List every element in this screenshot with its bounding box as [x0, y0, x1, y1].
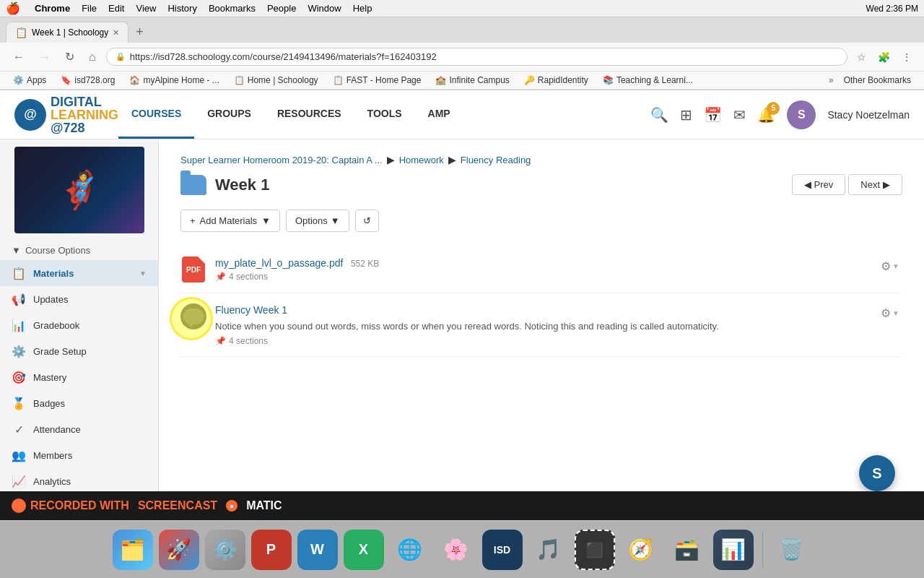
breadcrumb-homework[interactable]: Homework [399, 155, 444, 165]
forward-btn[interactable]: → [35, 48, 55, 66]
tab-close-btn[interactable]: ✕ [113, 28, 119, 38]
back-btn[interactable]: ← [9, 48, 29, 66]
logo-text: DIGITAL LEARNING @728 [51, 95, 118, 134]
week-folder-icon [180, 175, 206, 195]
pdf-gear-btn[interactable]: ⚙ ▼ [878, 256, 902, 276]
user-name[interactable]: Stacy Noetzelman [827, 109, 910, 121]
analytics-icon: 📈 [12, 474, 26, 488]
nav-groups[interactable]: GROUPS [194, 90, 264, 139]
new-tab-btn[interactable]: + [131, 23, 148, 41]
add-materials-btn[interactable]: + Add Materials ▼ [180, 210, 280, 232]
bookmarks-menu[interactable]: Bookmarks [209, 3, 256, 14]
sidebar-item-badges[interactable]: 🏅 Badges [0, 390, 158, 416]
sidebar-item-analytics[interactable]: 📈 Analytics [0, 468, 158, 494]
bookmark-rapid[interactable]: 🔑 RapidIdentity [520, 74, 593, 87]
nav-courses[interactable]: COURSES [118, 90, 194, 139]
dock-trash[interactable]: 🗑️ [772, 530, 812, 570]
nav-bar: ← → ↻ ⌂ 🔒 https://isd728.schoology.com/c… [0, 43, 924, 72]
dock-excel[interactable]: X [344, 530, 384, 570]
discussion-gear-btn[interactable]: ⚙ ▼ [878, 303, 902, 323]
bookmark-myalpine[interactable]: 🏠 myAlpine Home - ... [125, 74, 223, 87]
reorder-btn[interactable]: ↺ [355, 210, 379, 232]
address-bar[interactable]: 🔒 https://isd728.schoology.com/course/21… [106, 48, 847, 66]
view-menu[interactable]: View [136, 3, 156, 14]
course-options-btn[interactable]: ▼ Course Options [0, 241, 158, 260]
prev-btn[interactable]: ◀ Prev [792, 174, 846, 195]
extensions-btn[interactable]: 🧩 [874, 49, 894, 65]
next-btn[interactable]: Next ▶ [848, 174, 902, 195]
bookmark-schoology[interactable]: 📋 Home | Schoology [230, 74, 323, 87]
main-nav: COURSES GROUPS RESOURCES TOOLS AMP [118, 90, 463, 139]
calendar-icon[interactable]: 📅 [704, 106, 722, 124]
nav-amp[interactable]: AMP [415, 90, 463, 139]
members-icon: 👥 [12, 448, 26, 462]
bookmark-other[interactable]: Other Bookmarks [840, 74, 915, 87]
bookmark-isd728[interactable]: 🔖 isd728.org [56, 74, 119, 87]
discussion-title[interactable]: Fluency Week 1 [215, 304, 287, 316]
app-name-menu[interactable]: Chrome [35, 3, 70, 14]
dock-chrome[interactable]: 🌐 [390, 530, 430, 570]
grid-icon[interactable]: ⊞ [680, 106, 692, 124]
sidebar-item-gradebook[interactable]: 📊 Gradebook [0, 312, 158, 338]
dock-launchpad[interactable]: 🚀 [159, 530, 199, 570]
sidebar-item-attendance[interactable]: ✓ Attendance [0, 416, 158, 442]
sidebar-item-members[interactable]: 👥 Members [0, 442, 158, 468]
bookmarks-more-btn[interactable]: » [829, 75, 834, 85]
system-prefs-icon: ⚙️ [212, 538, 237, 561]
pdf-title[interactable]: my_plate_lvl_o_passage.pdf [215, 257, 343, 269]
notification-icon[interactable]: 🔔 5 [757, 106, 775, 124]
file-menu[interactable]: File [82, 3, 97, 14]
dock-photos[interactable]: 🌸 [436, 530, 476, 570]
sidebar-item-mastery[interactable]: 🎯 Mastery [0, 364, 158, 390]
bookmark-star-btn[interactable]: ☆ [853, 49, 870, 65]
breadcrumb-homeroom[interactable]: Super Learner Homeroom 2019-20: Captain … [180, 155, 383, 165]
dock-safari[interactable]: 🧭 [621, 530, 661, 570]
pdf-gear-caret: ▼ [892, 262, 899, 270]
finder-icon: 🗂️ [120, 538, 145, 561]
user-avatar[interactable]: S [787, 100, 816, 129]
dock-screenshot[interactable]: ⬛ [575, 530, 615, 570]
help-menu[interactable]: Help [353, 3, 372, 14]
message-icon[interactable]: ✉ [733, 106, 746, 124]
options-btn[interactable]: Options ▼ [286, 210, 349, 232]
sidebar-item-updates[interactable]: 📢 Updates [0, 286, 158, 312]
add-materials-label: Add Materials [200, 215, 257, 226]
launchpad-icon: 🚀 [166, 538, 191, 561]
dock-files[interactable]: 🗃️ [667, 530, 707, 570]
bookmark-myalpine-label: myAlpine Home - ... [143, 75, 219, 85]
nav-resources[interactable]: RESOURCES [264, 90, 354, 139]
more-btn[interactable]: ⋮ [898, 49, 915, 65]
active-tab[interactable]: 📋 Week 1 | Schoology ✕ [6, 22, 128, 43]
people-menu[interactable]: People [267, 3, 296, 14]
dock-jamf[interactable]: ISD [482, 530, 523, 570]
sidebar-item-materials[interactable]: 📋 Materials ▼ [0, 260, 158, 286]
dock-itunes[interactable]: 🎵 [528, 530, 569, 570]
dock-word[interactable]: W [297, 530, 338, 570]
dock-system-prefs[interactable]: ⚙️ [205, 530, 245, 570]
dock-finder[interactable]: 🗂️ [113, 530, 153, 570]
home-btn[interactable]: ⌂ [84, 48, 100, 66]
bookmark-teaching[interactable]: 📚 Teaching & Learni... [598, 74, 697, 87]
bookmark-ic[interactable]: 🏫 Infinite Campus [431, 74, 513, 87]
bookmark-fast-label: FAST - Home Page [346, 75, 422, 85]
discussion-desc: Notice when you sound out words, miss wo… [215, 319, 878, 334]
nav-icons: ☆ 🧩 ⋮ [853, 49, 915, 65]
bottom-bar: ● RECORDED WITH SCREENCAST ● MATIC 🗂️ 🚀 … [0, 491, 924, 578]
nav-tools[interactable]: TOOLS [354, 90, 415, 139]
dock-keynote[interactable]: 📊 [713, 530, 754, 570]
breadcrumb-fluency[interactable]: Fluency Reading [461, 155, 531, 165]
dock-powerpoint[interactable]: P [251, 530, 292, 570]
materials-list: PDF my_plate_lvl_o_passage.pdf 552 KB 📌 … [180, 246, 902, 357]
edit-menu[interactable]: Edit [108, 3, 124, 14]
sidebar-item-grade-setup[interactable]: ⚙️ Grade Setup [0, 338, 158, 364]
window-menu[interactable]: Window [308, 3, 341, 14]
apple-menu[interactable]: 🍎 [6, 1, 20, 15]
fab-btn[interactable]: S [859, 455, 895, 491]
add-icon: + [190, 215, 196, 226]
search-icon[interactable]: 🔍 [650, 106, 668, 124]
bookmark-fast[interactable]: 📋 FAST - Home Page [328, 74, 426, 87]
reload-btn[interactable]: ↻ [61, 47, 79, 66]
bookmark-apps[interactable]: ⚙️ Apps [9, 74, 51, 87]
history-menu[interactable]: History [167, 3, 196, 14]
isd728-icon: 🔖 [61, 75, 71, 85]
